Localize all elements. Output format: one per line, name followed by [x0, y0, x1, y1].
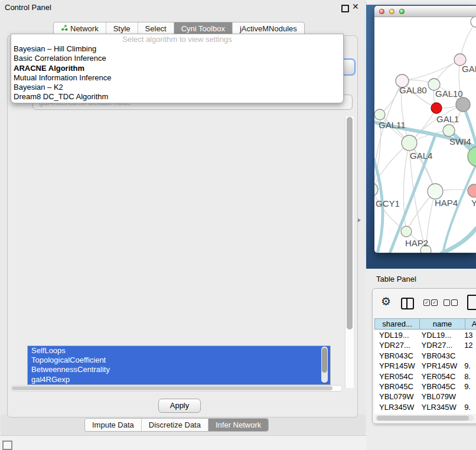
algorithm-option[interactable]: Dream8 DC_TDC Algorithm	[11, 92, 343, 102]
table-cell: 12	[459, 340, 476, 350]
table-cell: YER054C	[417, 371, 460, 381]
table-cell: YBR043C	[417, 351, 460, 361]
network-node-hap2[interactable]	[401, 226, 412, 237]
attribute-item[interactable]: BetweennessCentrality	[28, 365, 330, 374]
network-node-hap4[interactable]	[428, 184, 443, 199]
table-cell: YIL052C	[374, 412, 417, 414]
dock-panel-icon[interactable]	[2, 441, 12, 450]
page-icon[interactable]	[467, 295, 476, 310]
algorithm-dropdown-popup: Select algorithm to view settings Bayesi…	[11, 34, 344, 103]
apply-button[interactable]: Apply	[158, 399, 201, 413]
network-node[interactable]	[456, 97, 470, 112]
table-cell: YLR345W	[417, 402, 460, 412]
table-cell: YBR045C	[374, 381, 417, 392]
network-node-gal11[interactable]	[374, 109, 385, 120]
node-label: GAL1	[436, 114, 459, 124]
table-cell: 9.	[459, 381, 476, 392]
minimize-traffic-light-icon[interactable]	[389, 9, 395, 14]
table-cell: YPR145W	[374, 361, 417, 371]
close-traffic-light-icon[interactable]	[379, 9, 384, 14]
table-cell: YBR043C	[374, 351, 417, 361]
panel-bottom-divider	[0, 435, 366, 436]
network-node-gcy1[interactable]	[374, 183, 378, 196]
attribute-item[interactable]: TopologicalCoefficient	[28, 356, 330, 365]
table-cell: 8.	[459, 371, 476, 381]
node-label: GAL	[462, 64, 476, 74]
network-view-window[interactable]: GALGAL80GAL10GAL1GAL11SWI4GAL4GCY1HAP4YH…	[374, 6, 476, 253]
network-icon	[61, 22, 68, 35]
tab-network[interactable]: Network	[54, 22, 106, 35]
settings-vertical-scrollbar[interactable]	[345, 116, 354, 388]
table-row[interactable]: YPR145WYPR145W9.	[374, 361, 476, 371]
node-label: SWI4	[449, 136, 471, 146]
settings-horizontal-scrollbar[interactable]	[11, 385, 343, 392]
node-label: Y	[471, 198, 476, 208]
tab-infer-network[interactable]: Infer Network	[208, 419, 268, 431]
table-cell: YDR27...	[374, 340, 417, 350]
table-body: YDL19...YDL19...13YDR27...YDR27...12YBR0…	[374, 330, 476, 414]
table-row[interactable]: YIL052CYIL052C9	[374, 412, 476, 414]
tab-jactivemnodules[interactable]: jActiveMNodules	[232, 22, 304, 35]
table-cell: 13	[459, 330, 476, 340]
table-row[interactable]: YBL079WYBL079W	[374, 392, 476, 402]
table-cell: YBL079W	[417, 392, 460, 402]
control-panel-window: Control Panel ✕ NetworkStyleSelectCyni T…	[0, 0, 367, 432]
table-cell: 9.	[459, 361, 476, 371]
network-node-gal1[interactable]	[431, 103, 442, 113]
network-node-y[interactable]	[468, 184, 476, 197]
table-row[interactable]: YLR345WYLR345W9.	[374, 402, 476, 412]
split-columns-icon[interactable]	[401, 298, 414, 309]
network-graph-canvas[interactable]: GALGAL80GAL10GAL1GAL11SWI4GAL4GCY1HAP4YH…	[374, 17, 476, 253]
table-cell: YDL19...	[374, 330, 417, 340]
network-edge[interactable]	[402, 60, 460, 81]
tab-cyni-toolbox[interactable]: Cyni Toolbox	[174, 22, 232, 35]
network-node[interactable]	[471, 17, 476, 27]
table-row[interactable]: YER054CYER054C8.	[374, 371, 476, 381]
node-label: GAL11	[379, 120, 406, 130]
gear-icon[interactable]: ⚙	[381, 296, 391, 307]
list-vertical-scrollbar[interactable]	[321, 347, 328, 383]
tab-style[interactable]: Style	[106, 22, 138, 35]
table-header: shared...nameA	[374, 318, 476, 330]
unchecked-box-icon[interactable]	[444, 299, 450, 306]
table-row[interactable]: YBR045CYBR045C9.	[374, 381, 476, 392]
data-operation-tabs: Impute DataDiscretize DataInfer Network	[84, 418, 269, 432]
table-row[interactable]: YDL19...YDL19...13	[374, 330, 476, 340]
close-icon[interactable]: ✕	[352, 2, 359, 11]
tab-impute-data[interactable]: Impute Data	[85, 419, 141, 431]
checked-box-icon[interactable]: ✓	[431, 299, 438, 306]
checked-box-icon[interactable]: ✓	[423, 299, 430, 306]
table-panel-title: Table Panel	[376, 275, 416, 283]
unchecked-box-icon[interactable]	[451, 299, 458, 306]
node-label: GAL10	[435, 89, 463, 99]
network-node-gal4[interactable]	[402, 135, 417, 151]
column-header-A[interactable]: A	[465, 318, 476, 330]
algorithm-option[interactable]: Mutual Information Inference	[11, 73, 343, 83]
float-window-icon[interactable]	[341, 5, 349, 12]
table-row[interactable]: YBR043CYBR043C	[374, 351, 476, 361]
table-cell: YPR145W	[417, 361, 460, 371]
column-header-shared...[interactable]: shared...	[374, 318, 420, 330]
table-cell: 9	[459, 412, 476, 414]
algorithm-option[interactable]: Bayesian – K2	[11, 83, 343, 92]
table-horizontal-scrollbar[interactable]	[376, 415, 474, 421]
network-node-swi4[interactable]	[443, 125, 455, 136]
network-window-titlebar[interactable]	[374, 6, 476, 17]
tab-select[interactable]: Select	[138, 22, 174, 35]
network-edge-highlighted[interactable]	[443, 165, 476, 253]
panel-title: Control Panel	[5, 3, 51, 12]
table-row[interactable]: YDR27...YDR27...12	[374, 340, 476, 350]
tab-discretize-data[interactable]: Discretize Data	[141, 419, 208, 431]
zoom-traffic-light-icon[interactable]	[399, 9, 405, 14]
node-table-window: ⚙ ✓ ✓ shared...nameA YDL19...YDL19...13Y…	[372, 288, 476, 424]
table-cell: YBR045C	[417, 381, 460, 392]
algorithm-option[interactable]: ARACNE Algorithm	[11, 64, 343, 73]
attribute-item[interactable]: SelfLoops	[28, 346, 330, 356]
algorithm-option[interactable]: Basic Correlation Inference	[11, 54, 343, 63]
table-cell: 9.	[459, 402, 476, 412]
algorithm-option[interactable]: Bayesian – Hill Climbing	[11, 44, 343, 54]
column-header-name[interactable]: name	[420, 318, 465, 330]
node-label: HAP2	[405, 238, 428, 248]
attribute-item[interactable]: gal4RGexp	[28, 375, 330, 384]
dropdown-placeholder: Select algorithm to view settings	[11, 34, 343, 44]
